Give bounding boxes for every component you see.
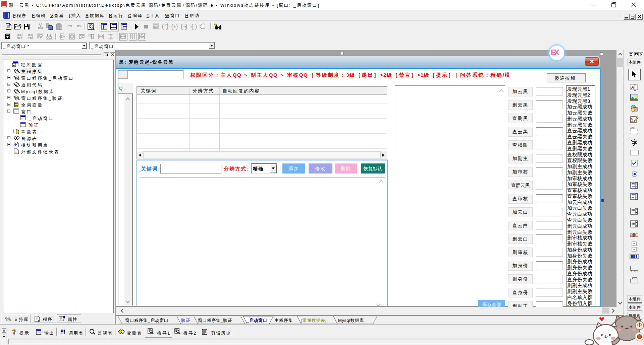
- svg-text:?: ?: [12, 328, 16, 336]
- svg-text:e: e: [13, 64, 15, 67]
- svg-text:10: 10: [15, 63, 18, 65]
- svg-text:A: A: [631, 85, 634, 90]
- svg-text:CN: CN: [631, 127, 635, 129]
